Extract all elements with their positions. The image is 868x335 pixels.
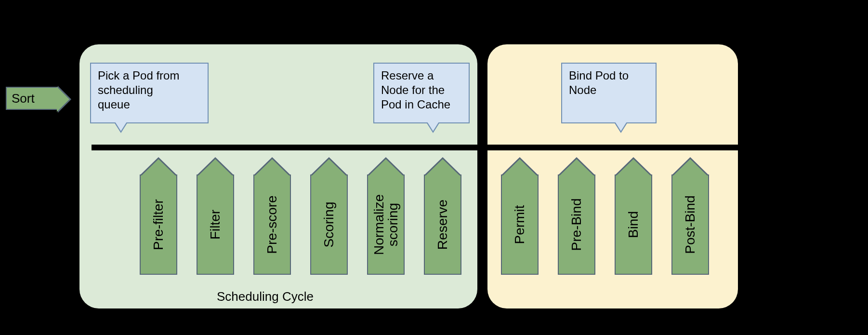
stage-permit: Permit xyxy=(501,174,539,275)
stage-normalize-label: Normalize scoring xyxy=(372,179,400,270)
stage-pre-bind: Pre-Bind xyxy=(558,174,595,275)
callout-reserve-node: Reserve a Node for the Pod in Cache xyxy=(373,63,470,123)
stage-pre-filter: Pre-filter xyxy=(140,174,177,275)
callout-bind-text: Bind Pod to Node xyxy=(569,69,629,96)
stage-reserve-label: Reserve xyxy=(435,200,450,250)
stage-pre-bind-label: Pre-Bind xyxy=(569,199,584,251)
scheduling-cycle-label: Scheduling Cycle xyxy=(217,289,314,304)
stage-bind: Bind xyxy=(615,174,652,275)
stage-filter-label: Filter xyxy=(208,210,223,240)
diagram-root: Scheduling Cycle Sort Pick a Pod from sc… xyxy=(0,0,868,335)
stage-pre-filter-label: Pre-filter xyxy=(151,199,166,250)
stage-scoring-label: Scoring xyxy=(321,202,337,248)
stage-pre-score: Pre-score xyxy=(253,174,291,275)
stage-bind-label: Bind xyxy=(626,211,641,238)
stage-pre-score-label: Pre-score xyxy=(264,195,280,254)
sort-stage: Sort xyxy=(6,87,58,110)
sort-label: Sort xyxy=(12,91,35,106)
callout-pick-pod: Pick a Pod from scheduling queue xyxy=(90,63,209,123)
stage-reserve: Reserve xyxy=(424,174,461,275)
stage-post-bind: Post-Bind xyxy=(671,174,709,275)
stage-scoring: Scoring xyxy=(310,174,348,275)
callout-reserve-text: Reserve a Node for the Pod in Cache xyxy=(381,69,450,111)
callout-pick-text: Pick a Pod from scheduling queue xyxy=(98,69,179,111)
callout-bind-pod: Bind Pod to Node xyxy=(561,63,657,123)
stage-permit-label: Permit xyxy=(512,205,527,244)
stage-normalize-scoring: Normalize scoring xyxy=(367,174,405,275)
timeline-arrow xyxy=(92,145,848,150)
stage-filter: Filter xyxy=(197,174,234,275)
stage-post-bind-label: Post-Bind xyxy=(683,195,698,254)
